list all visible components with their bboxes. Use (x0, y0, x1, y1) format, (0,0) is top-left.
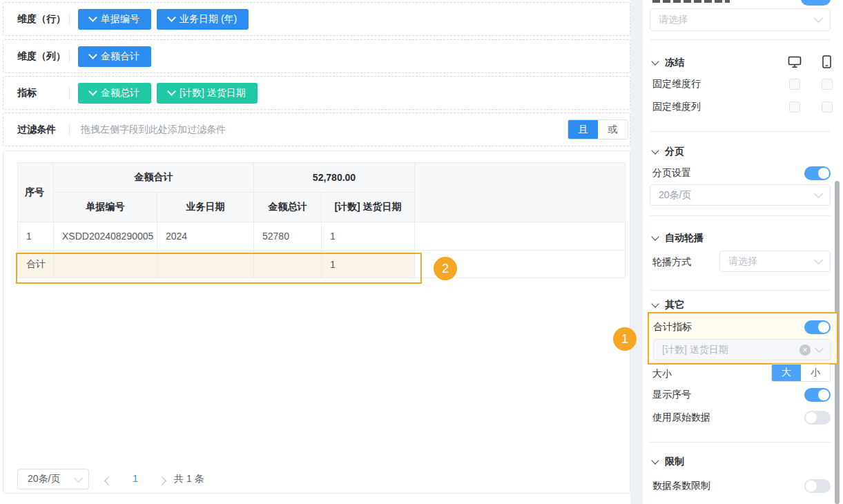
chevron-down-icon (651, 456, 659, 464)
section-title: 分页 (665, 146, 684, 158)
show-seq-toggle[interactable] (804, 388, 831, 402)
freeze-col-mobile-checkbox[interactable] (822, 101, 833, 113)
rows-limit-label: 数据条数限制 (652, 480, 710, 492)
truncated-toggle[interactable] (801, 0, 831, 6)
total-count: 1 (322, 251, 415, 278)
page-size-value: 20条/页 (28, 473, 60, 485)
freeze-col-label: 固定维度列 (652, 101, 701, 113)
top-select-placeholder: 请选择 (659, 14, 688, 26)
freeze-row-label: 固定维度行 (652, 78, 701, 90)
filter-label: 过滤条件 (17, 124, 69, 136)
total-indicator-select[interactable]: [计数] 送货日期 × (653, 339, 831, 360)
rows-limit-toggle[interactable] (804, 479, 831, 493)
tag-label: 单据编号 (101, 13, 139, 26)
section-divider (650, 39, 831, 40)
size-small-button[interactable]: 小 (801, 365, 830, 381)
callout-badge-2: 2 (434, 257, 457, 280)
carousel-mode-placeholder: 请选择 (728, 255, 757, 268)
freeze-row-mobile-checkbox[interactable] (822, 79, 833, 90)
freeze-row-desktop-checkbox[interactable] (789, 79, 800, 90)
dimension-row-label: 维度（行） (17, 13, 69, 26)
section-title: 自动轮播 (665, 232, 704, 244)
section-title: 其它 (665, 299, 684, 311)
divider (69, 87, 70, 99)
prev-page-button[interactable] (106, 475, 112, 486)
filter-drop-zone[interactable]: 拖拽左侧字段到此处添加过滤条件 (81, 124, 226, 136)
cell-biz-date: 2024 (157, 222, 254, 251)
tag-biz-date-year[interactable]: 业务日期 (年) (157, 9, 249, 30)
top-select[interactable]: 请选择 (650, 8, 831, 31)
col-header-biz-date: 业务日期 (157, 193, 254, 222)
carousel-mode-select[interactable]: 请选择 (719, 251, 831, 272)
panel-gap (630, 0, 643, 504)
pivot-table: 序号 金额合计 52,780.00 单据编号 业务日期 金额总计 [计数] 送货… (17, 162, 626, 278)
col-header-amount-total: 金额总计 (254, 193, 322, 222)
cell-count: 1 (322, 222, 415, 251)
raw-data-label: 使用原始数据 (652, 411, 710, 424)
indicator-label: 指标 (17, 87, 69, 99)
chevron-down-icon (651, 300, 659, 307)
tag-amount-total[interactable]: 金额总计 (78, 83, 151, 104)
group-header-amount: 金额合计 (54, 163, 254, 193)
size-switch: 大 小 (771, 364, 831, 382)
dimension-col-panel: 维度（列） 金额合计 (3, 39, 630, 73)
raw-data-toggle[interactable] (804, 411, 831, 425)
next-page-button[interactable] (159, 475, 165, 486)
freeze-col-desktop-checkbox[interactable] (789, 101, 800, 113)
truncated-setting-label (652, 0, 730, 3)
total-indicator-toggle[interactable] (804, 320, 831, 334)
chevron-down-icon (815, 344, 824, 353)
size-label: 大小 (652, 368, 672, 380)
total-row: 合计 1 (18, 251, 626, 278)
total-indicator-label: 合计指标 (653, 321, 692, 333)
group-header-value: 52,780.00 (254, 163, 415, 193)
total-count-text: 共 1 条 (174, 473, 204, 485)
section-paging[interactable]: 分页 (652, 146, 684, 158)
divider (69, 13, 70, 26)
indicator-panel: 指标 金额总计 [计数] 送货日期 (3, 76, 630, 110)
cell-seq: 1 (18, 222, 54, 251)
section-divider (650, 290, 831, 291)
section-other[interactable]: 其它 (652, 299, 684, 311)
chevron-down-icon (814, 255, 823, 264)
callout-badge-1: 1 (613, 327, 637, 351)
or-button[interactable]: 或 (598, 120, 628, 139)
paging-size-select[interactable]: 20条/页 (650, 184, 831, 206)
total-indicator-value: [计数] 送货日期 (662, 344, 728, 356)
section-title: 冻结 (665, 57, 684, 69)
chevron-down-icon (651, 57, 659, 65)
tag-label: 业务日期 (年) (180, 13, 237, 26)
col-header-doc-no: 单据编号 (54, 193, 157, 222)
tag-amount-group[interactable]: 金额合计 (78, 46, 151, 67)
and-button[interactable]: 且 (568, 120, 598, 139)
size-large-button[interactable]: 大 (772, 365, 801, 381)
section-limit[interactable]: 限制 (652, 456, 684, 468)
chevron-down-icon (651, 233, 659, 240)
clear-icon[interactable]: × (800, 345, 811, 356)
tag-label: 金额合计 (101, 50, 139, 63)
section-divider (650, 215, 831, 216)
divider (69, 124, 70, 136)
chevron-down-icon (88, 13, 97, 22)
table-row: 1 XSDD202408290005 2024 52780 1 (18, 222, 626, 251)
section-freeze[interactable]: 冻结 (652, 57, 684, 69)
current-page[interactable]: 1 (133, 473, 138, 484)
col-header-count-delivery: [计数] 送货日期 (322, 193, 415, 222)
section-divider (650, 442, 831, 443)
chevron-down-icon (74, 474, 83, 483)
section-carousel[interactable]: 自动轮播 (652, 232, 704, 244)
page-size-select[interactable]: 20条/页 (17, 469, 89, 490)
divider (69, 50, 70, 63)
dimension-col-label: 维度（列） (17, 50, 69, 63)
cell-doc-no: XSDD202408290005 (54, 222, 157, 251)
tag-count-delivery-date[interactable]: [计数] 送货日期 (157, 83, 258, 104)
and-or-switch: 且 或 (568, 119, 628, 139)
chevron-down-icon (88, 87, 97, 96)
cell-filler (415, 222, 626, 251)
total-empty (54, 251, 157, 278)
paging-setting-toggle[interactable] (804, 166, 831, 180)
tag-doc-no[interactable]: 单据编号 (78, 9, 151, 30)
total-empty (157, 251, 254, 278)
report-designer-page: 维度（行） 单据编号 业务日期 (年) 维度（列） 金额合计 指标 金额总计 [… (0, 0, 843, 504)
section-divider (650, 131, 831, 132)
